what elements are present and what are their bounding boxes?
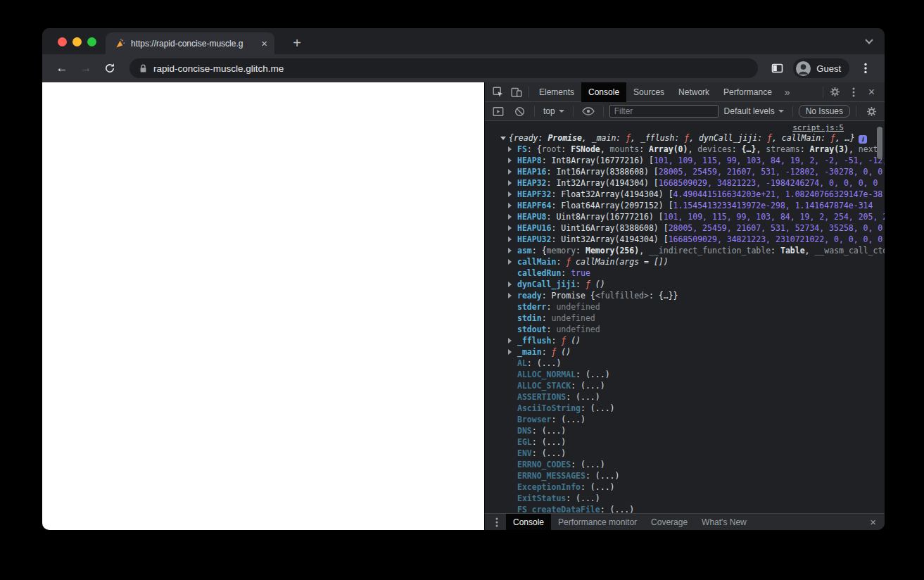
devtools-settings-button[interactable] [826,84,844,101]
context-selector-label: top [543,106,555,116]
devtools-close-button[interactable]: × [863,86,880,99]
console-row: ExceptionInfo: (...) [485,481,885,493]
kebab-menu-icon [852,87,855,97]
log-levels-selector[interactable]: Default levels [721,106,787,116]
console-token: Array(0) [649,144,688,154]
devtools-menu-button[interactable] [844,84,863,101]
profile-chip[interactable]: Guest [793,58,849,78]
disclosure-triangle-icon[interactable] [508,180,512,186]
console-token: devices [697,144,731,154]
console-row: HEAP8: Int8Array(16777216) [101, 109, 11… [485,155,885,166]
console-token: : [561,144,571,154]
disclosure-triangle-icon[interactable] [508,214,512,220]
back-button[interactable]: ← [52,58,72,78]
tab-search-chevron-icon[interactable] [865,36,873,44]
divider [573,106,574,117]
console-row: ASSERTIONS: (...) [485,391,885,403]
side-panel-button[interactable] [768,60,786,77]
device-toolbar-button[interactable] [507,84,526,101]
disclosure-triangle-icon[interactable] [508,349,512,355]
console-token: : (...) [532,437,566,447]
divider [534,106,535,117]
console-rows: {ready: Promise, _main: ƒ, _fflush: ƒ, d… [485,121,885,513]
inspect-element-button[interactable] [489,84,507,101]
disclosure-triangle-icon[interactable] [508,146,512,152]
tab-close-icon[interactable]: × [261,38,267,49]
disclosure-triangle-icon[interactable] [508,293,512,298]
source-link[interactable]: script.js:5 [792,123,844,132]
console-settings-button[interactable] [862,103,880,120]
tab-elements[interactable]: Elements [532,82,581,102]
console-row: AsciiToString: (...) [485,403,885,414]
divider [823,87,823,98]
divider [529,87,529,98]
browser-toolbar: ← → rapid-concise-muscle.glitch.me [42,54,885,82]
browser-menu-button[interactable] [856,60,875,77]
console-token: 28005, 25459, 21607, 531, 52734, 35258, … [669,223,883,233]
info-badge-icon[interactable]: i [859,135,867,144]
console-token: EGL [517,437,532,447]
tab-performance[interactable]: Performance [716,82,779,102]
console-token: : [732,144,742,154]
console-row: HEAPU8: Uint8Array(16777216) [101, 109, … [485,211,885,222]
console-token: ENV [517,448,532,458]
scrollbar-thumb[interactable] [877,127,882,159]
console-token: : [639,144,649,154]
console-token: memory [547,246,576,256]
new-tab-button[interactable]: + [287,33,307,53]
tab-console[interactable]: Console [581,82,626,102]
console-toolbar: top Default levels No Issues [485,102,885,121]
drawer-tab-coverage[interactable]: Coverage [644,514,695,531]
disclosure-triangle-icon[interactable] [508,338,512,343]
console-sidebar-toggle-button[interactable] [489,103,507,120]
disclosure-triangle-icon[interactable] [508,158,512,163]
devtools-drawer: Console Performance monitor Coverage Wha… [485,513,885,530]
console-row: Browser: (...) [485,414,885,425]
minimize-window-button[interactable] [72,37,82,46]
console-token: , [688,144,697,154]
disclosure-triangle-icon[interactable] [508,282,512,287]
disclosure-triangle-icon[interactable] [508,237,512,242]
drawer-tab-whats-new[interactable]: What's New [695,514,754,531]
close-window-button[interactable] [58,37,67,46]
drawer-menu-button[interactable] [488,514,506,531]
issues-counter-button[interactable]: No Issues [799,105,850,118]
disclosure-triangle-icon[interactable] [500,137,506,140]
more-tabs-button[interactable]: » [779,87,796,98]
disclosure-triangle-icon[interactable] [508,259,512,265]
clear-console-button[interactable] [510,103,529,120]
url-bar[interactable]: rapid-concise-muscle.glitch.me [129,58,758,78]
disclosure-triangle-icon[interactable] [508,203,512,208]
disclosure-triangle-icon[interactable] [508,169,512,175]
drawer-close-button[interactable]: × [864,516,882,528]
console-token: : (...) [566,493,600,503]
console-token: DNS [517,426,532,436]
console-token: stderr [517,302,547,312]
disclosure-triangle-icon[interactable] [508,191,512,197]
console-token: : (...) [532,448,566,458]
console-token: __wasm_call_ctors [814,246,885,256]
console-token: AsciiToString [517,403,581,413]
filter-input[interactable] [609,105,719,118]
console-token: : Int8Array(16777216) [ [542,156,654,165]
tab-sources[interactable]: Sources [626,82,671,102]
drawer-tab-performance-monitor[interactable]: Performance monitor [551,514,644,531]
live-expression-button[interactable] [579,103,597,120]
console-token: next [859,144,878,154]
console-token: 101, 109, 115, 99, 103, 84, 19, 2, 254, … [664,212,885,222]
reload-button[interactable] [100,58,120,78]
disclosure-triangle-icon[interactable] [508,248,512,253]
disclosure-triangle-icon[interactable] [508,225,512,231]
console-token: Array(3) [810,144,849,154]
drawer-tab-console[interactable]: Console [506,514,551,531]
console-row: ready: Promise {<fulfilled>: {…}} [485,290,885,301]
forward-button[interactable]: → [76,58,96,78]
zoom-window-button[interactable] [87,37,96,46]
console-token: undefined [556,324,600,334]
context-selector[interactable]: top [540,106,567,116]
browser-tab[interactable]: https://rapid-concise-muscle.g × [106,32,274,54]
console-token: 4.490441516634203e+21, 1.08240766329147e… [673,189,883,199]
url-text: rapid-concise-muscle.glitch.me [153,63,284,74]
console-token: ASSERTIONS [517,392,566,402]
tab-network[interactable]: Network [671,82,716,102]
